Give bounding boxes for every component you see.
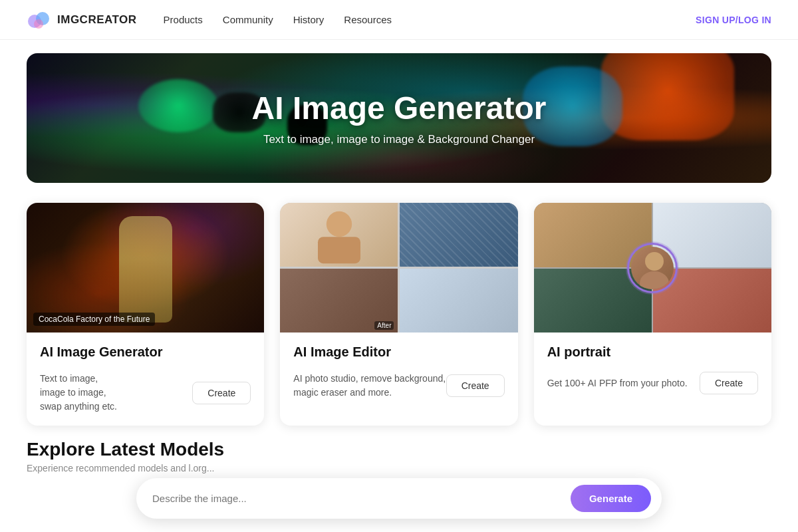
card2-row: AI photo studio, remove background, magi… [293, 372, 504, 400]
card1-image: CocaCola Factory of the Future [27, 203, 264, 332]
card2-body: AI Image Editor AI photo studio, remove … [280, 332, 517, 426]
nav-products[interactable]: Products [164, 14, 203, 25]
svg-point-3 [645, 252, 664, 271]
logo-link[interactable]: IMGCREATOR [27, 8, 137, 32]
hero-banner: AI Image Generator Text to image, image … [27, 53, 771, 183]
hero-title: AI Image Generator [252, 90, 547, 126]
card-ai-image-generator: CocaCola Factory of the Future AI Image … [27, 203, 264, 426]
navbar: IMGCREATOR Products Community History Re… [0, 0, 798, 40]
card2-image-wrap [280, 203, 517, 332]
card2-create-button[interactable]: Create [446, 374, 505, 397]
nav-history[interactable]: History [293, 14, 325, 25]
card1-title: AI Image Generator [40, 344, 251, 360]
card1-image-label: CocaCola Factory of the Future [33, 313, 155, 326]
generate-button[interactable]: Generate [571, 485, 651, 512]
card2-image [280, 203, 517, 332]
card2-title: AI Image Editor [293, 344, 504, 360]
hero-content: AI Image Generator Text to image, image … [252, 90, 547, 146]
card3-body: AI portrait Get 100+ AI PFP from your ph… [534, 332, 771, 426]
explore-subtitle: Experience recommended models and l.org.… [27, 463, 771, 473]
card1-create-button[interactable]: Create [192, 382, 251, 404]
card1-row: Text to image, image to image, swap anyt… [40, 372, 251, 414]
card3-desc: Get 100+ AI PFP from your photo. [547, 376, 700, 390]
card1-body: AI Image Generator Text to image, image … [27, 332, 264, 426]
card-ai-image-editor: AI Image Editor AI photo studio, remove … [280, 203, 517, 426]
nav-resources[interactable]: Resources [344, 14, 392, 25]
card3-title: AI portrait [547, 344, 758, 360]
card3-image [534, 203, 771, 332]
hero-blob-1 [138, 79, 218, 132]
card-ai-portrait: AI portrait Get 100+ AI PFP from your ph… [534, 203, 771, 426]
prompt-input[interactable] [152, 493, 563, 504]
logo-text: IMGCREATOR [57, 13, 137, 27]
card3-row: Get 100+ AI PFP from your photo. Create [547, 372, 758, 394]
logo-icon [27, 8, 51, 32]
explore-section: Explore Latest Models Experience recomme… [27, 439, 771, 473]
auth-button[interactable]: SIGN UP/LOG IN [696, 15, 771, 25]
nav-community[interactable]: Community [223, 14, 273, 25]
card2-cell-2 [400, 203, 517, 267]
prompt-bar: Generate [136, 478, 662, 519]
card3-image-wrap [534, 203, 771, 332]
hero-subtitle: Text to image, image to image & Backgrou… [252, 133, 547, 146]
svg-point-2 [34, 19, 43, 29]
card1-desc: Text to image, image to image, swap anyt… [40, 372, 192, 414]
card3-avatar [629, 245, 676, 291]
card3-create-button[interactable]: Create [700, 372, 758, 394]
nav-links: Products Community History Resources [164, 14, 696, 25]
card1-image-wrap: CocaCola Factory of the Future [27, 203, 264, 332]
cards-section: CocaCola Factory of the Future AI Image … [27, 203, 771, 426]
explore-title: Explore Latest Models [27, 439, 771, 460]
card2-desc: AI photo studio, remove background, magi… [293, 372, 446, 400]
card2-cell-1 [280, 203, 398, 267]
card2-cell-3 [280, 269, 398, 332]
card1-bottle-shape [119, 216, 172, 323]
card2-cell-4 [400, 269, 517, 332]
